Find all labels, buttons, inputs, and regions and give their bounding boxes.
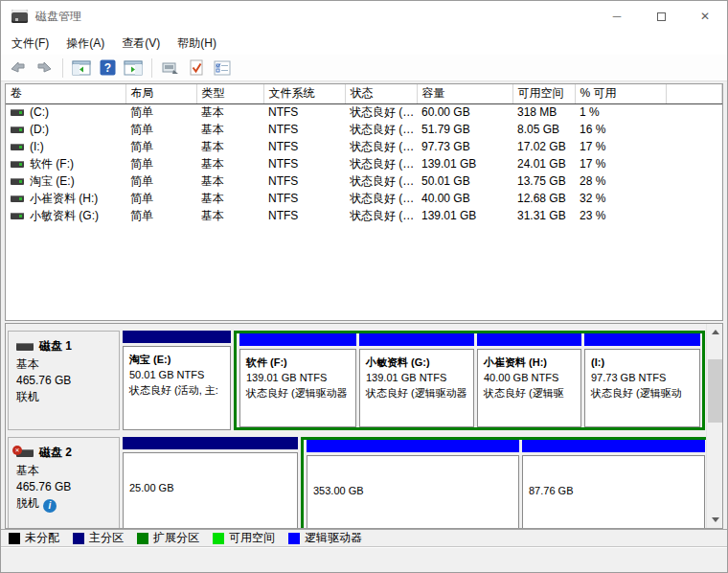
column-header-filesystem[interactable]: 文件系统 — [263, 84, 345, 103]
properties-icon[interactable] — [160, 57, 181, 79]
volume-status: 状态良好 (… — [345, 103, 417, 121]
column-header-free-space[interactable]: 可用空间 — [512, 84, 575, 103]
disk-name: 磁盘 1 — [39, 338, 72, 355]
volume-type: 基本 — [196, 155, 263, 172]
partition-name: 小崔资料 (H:) — [484, 355, 575, 370]
volume-name: (D:) — [30, 123, 49, 136]
show-console-tree-icon[interactable] — [71, 57, 92, 79]
legend-extended-partition: 扩展分区 — [137, 530, 199, 546]
volume-icon — [11, 178, 24, 185]
column-header-status[interactable]: 状态 — [345, 84, 417, 103]
volume-layout: 简单 — [125, 138, 196, 155]
maximize-icon — [657, 12, 666, 21]
volume-layout: 简单 — [125, 172, 196, 190]
logical-drive-band — [522, 440, 705, 452]
volume-layout: 简单 — [125, 121, 196, 138]
task-list-icon[interactable] — [212, 57, 233, 79]
partition-disk2-primary[interactable]: 25.00 GB — [123, 437, 298, 529]
table-row[interactable]: 软件 (F:) 简单 基本 NTFS 状态良好 (… 139.01 GB 24.… — [6, 155, 722, 172]
status-bar — [1, 547, 727, 572]
volume-name: (I:) — [30, 140, 44, 153]
volume-status: 状态良好 (… — [345, 138, 417, 155]
column-header-capacity[interactable]: 容量 — [417, 84, 512, 103]
partition-size: 87.76 GB — [529, 483, 698, 498]
disk-status: 脱机i — [16, 495, 111, 513]
scroll-up-icon[interactable] — [707, 324, 723, 340]
disk1-info-panel[interactable]: 磁盘 1 基本 465.76 GB 联机 — [8, 331, 120, 430]
info-icon[interactable]: i — [43, 499, 57, 513]
partition-i[interactable]: (I:) 97.73 GB NTFS 状态良好 (逻辑驱动 — [584, 333, 700, 427]
close-button[interactable]: ✕ — [683, 1, 727, 32]
partition-disk2-logical-2[interactable]: 87.76 GB — [522, 440, 705, 529]
volume-fs: NTFS — [263, 155, 345, 172]
volume-fs: NTFS — [263, 121, 345, 138]
volume-type: 基本 — [196, 103, 263, 121]
disk-name: 磁盘 2 — [39, 445, 72, 461]
volume-name: 淘宝 (E:) — [30, 173, 75, 190]
volume-capacity: 97.73 GB — [417, 138, 512, 155]
partition-size: 97.73 GB NTFS — [591, 370, 694, 385]
show-action-pane-icon[interactable] — [123, 57, 144, 79]
disk-graph-panel: 磁盘 1 基本 465.76 GB 联机 淘宝 (E:) 50.01 GB NT… — [5, 323, 723, 529]
volume-capacity: 51.79 GB — [417, 121, 512, 138]
table-row[interactable]: 淘宝 (E:) 简单 基本 NTFS 状态良好 (… 50.01 GB 13.7… — [6, 172, 722, 190]
back-icon[interactable] — [8, 57, 29, 79]
partition-taobao-e[interactable]: 淘宝 (E:) 50.01 GB NTFS 状态良好 (活动, 主: — [123, 331, 231, 430]
volume-fs: NTFS — [263, 138, 345, 155]
scroll-down-icon[interactable] — [707, 512, 723, 528]
disk2-info-panel[interactable]: 磁盘 2 基本 465.76 GB 脱机i — [8, 437, 120, 529]
menu-bar: 文件(F) 操作(A) 查看(V) 帮助(H) — [1, 32, 727, 55]
volume-capacity: 139.01 GB — [417, 207, 512, 224]
scrollbar-thumb[interactable] — [708, 359, 722, 423]
volume-icon — [11, 161, 24, 168]
extended-partition-group: 软件 (F:) 139.01 GB NTFS 状态良好 (逻辑驱动器 小敏资料 … — [234, 331, 705, 430]
column-header-type[interactable]: 类型 — [196, 84, 263, 103]
check-document-icon[interactable] — [186, 57, 207, 79]
volume-status: 状态良好 (… — [345, 172, 417, 190]
volume-free: 31.31 GB — [512, 207, 575, 224]
logical-drive-swatch-icon — [288, 533, 300, 544]
vertical-scrollbar[interactable] — [706, 324, 722, 528]
menu-view[interactable]: 查看(V) — [113, 32, 169, 55]
volume-icon — [11, 195, 24, 202]
partition-disk2-logical-1[interactable]: 353.00 GB — [307, 440, 519, 529]
partition-xiaomin-g[interactable]: 小敏资料 (G:) 139.01 GB NTFS 状态良好 (逻辑驱动器 — [359, 333, 474, 427]
extended-partition-group: 353.00 GB 87.76 GB — [301, 437, 710, 529]
menu-help[interactable]: 帮助(H) — [169, 32, 225, 55]
volume-free: 12.68 GB — [512, 190, 575, 207]
column-header-layout[interactable]: 布局 — [125, 84, 196, 103]
maximize-button[interactable] — [639, 1, 683, 32]
table-row[interactable]: (I:) 简单 基本 NTFS 状态良好 (… 97.73 GB 17.02 G… — [6, 138, 722, 155]
volume-pct-free: 32 % — [575, 190, 666, 207]
partition-size: 40.00 GB NTFS — [484, 370, 575, 385]
legend-free-space: 可用空间 — [213, 530, 275, 546]
menu-file[interactable]: 文件(F) — [3, 32, 57, 55]
disk-kind: 基本 — [16, 356, 111, 373]
table-row[interactable]: 小崔资料 (H:) 简单 基本 NTFS 状态良好 (… 40.00 GB 12… — [6, 190, 722, 207]
volume-fs: NTFS — [263, 172, 345, 190]
volume-type: 基本 — [196, 138, 263, 155]
table-row[interactable]: (D:) 简单 基本 NTFS 状态良好 (… 51.79 GB 8.05 GB… — [6, 121, 722, 138]
toolbar-separator — [151, 58, 152, 78]
volume-free: 24.01 GB — [512, 155, 575, 172]
partition-ruanjian-f[interactable]: 软件 (F:) 139.01 GB NTFS 状态良好 (逻辑驱动器 — [239, 333, 356, 427]
menu-action[interactable]: 操作(A) — [57, 32, 113, 55]
logical-drive-band — [477, 333, 581, 346]
toolbar: ? — [1, 55, 727, 81]
disk-icon — [16, 343, 34, 351]
disk-size: 465.76 GB — [16, 479, 111, 495]
volume-free: 13.75 GB — [512, 172, 575, 190]
partition-xiaocui-h[interactable]: 小崔资料 (H:) 40.00 GB NTFS 状态良好 (逻辑驱 — [477, 333, 581, 427]
column-header-pct-free[interactable]: % 可用 — [575, 84, 666, 103]
volume-free: 318 MB — [512, 103, 575, 121]
disk-drive-icon — [11, 10, 28, 23]
logical-drive-band — [359, 333, 474, 346]
column-header-volume[interactable]: 卷 — [6, 84, 125, 103]
volume-pct-free: 17 % — [575, 155, 666, 172]
help-icon[interactable]: ? — [97, 57, 118, 79]
volume-capacity: 40.00 GB — [417, 190, 512, 207]
table-row[interactable]: (C:) 简单 基本 NTFS 状态良好 (… 60.00 GB 318 MB … — [6, 103, 722, 121]
table-row[interactable]: 小敏资料 (G:) 简单 基本 NTFS 状态良好 (… 139.01 GB 3… — [6, 207, 722, 224]
forward-icon[interactable] — [34, 57, 55, 79]
minimize-button[interactable]: ─ — [595, 1, 639, 32]
